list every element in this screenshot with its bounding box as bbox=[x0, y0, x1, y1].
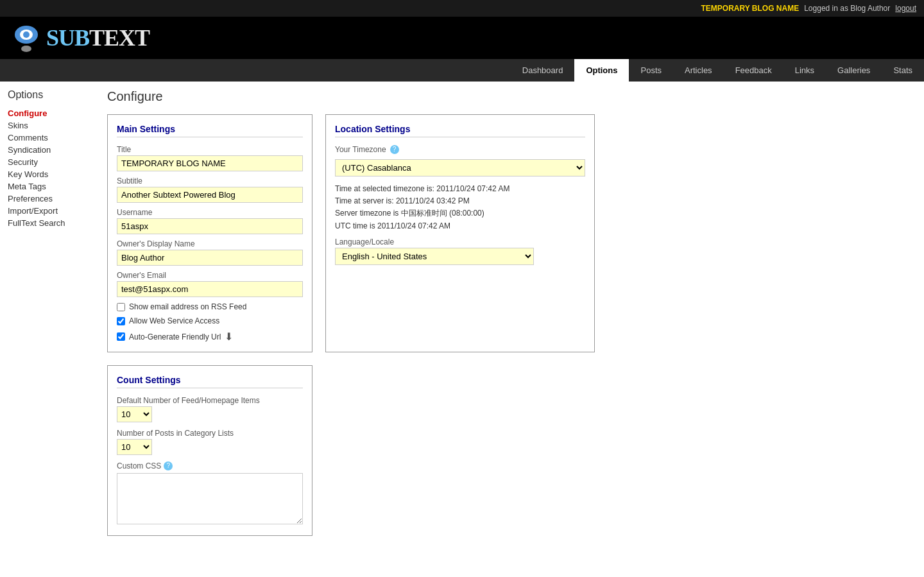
feed-count-row: Default Number of Feed/Homepage Items 5 … bbox=[117, 396, 303, 422]
custom-css-label-row: Custom CSS ? bbox=[117, 461, 303, 470]
main-settings-panel: Main Settings Title Subtitle Username Ow… bbox=[107, 114, 312, 352]
show-email-row: Show email address on RSS Feed bbox=[117, 302, 303, 311]
auto-generate-row: Auto-Generate Friendly Url ⬇ bbox=[117, 331, 303, 343]
sidebar-item-comments[interactable]: Comments bbox=[8, 132, 107, 144]
sidebar-item-syndication[interactable]: Syndication bbox=[8, 144, 107, 156]
custom-css-textarea[interactable] bbox=[117, 473, 303, 524]
nav-links[interactable]: Links bbox=[783, 59, 826, 82]
top-bar: TEMPORARY BLOG NAME Logged in as Blog Au… bbox=[0, 0, 924, 17]
sidebar-item-importexport[interactable]: Import/Export bbox=[8, 205, 107, 217]
username-input[interactable] bbox=[117, 218, 303, 234]
auto-generate-checkbox[interactable] bbox=[117, 332, 125, 341]
title-input[interactable] bbox=[117, 155, 303, 171]
posts-select-row: 5 10 15 20 25 bbox=[117, 439, 303, 455]
language-label: Language/Locale bbox=[335, 237, 585, 246]
username-label: Username bbox=[117, 208, 303, 217]
feed-select-row: 5 10 15 20 25 bbox=[117, 406, 303, 422]
blog-name: TEMPORARY BLOG NAME bbox=[701, 4, 800, 13]
posts-count-label: Number of Posts in Category Lists bbox=[117, 429, 303, 438]
custom-css-help-icon[interactable]: ? bbox=[164, 461, 173, 470]
nav-feedback[interactable]: Feedback bbox=[724, 59, 783, 82]
sidebar-item-security[interactable]: Security bbox=[8, 156, 107, 168]
nav-bar: Dashboard Options Posts Articles Feedbac… bbox=[0, 59, 924, 82]
nav-articles[interactable]: Articles bbox=[673, 59, 724, 82]
posts-count-row: Number of Posts in Category Lists 5 10 1… bbox=[117, 429, 303, 455]
timezone-select[interactable]: (UTC) Casablanca (UTC) Greenwich Mean Ti… bbox=[335, 159, 585, 177]
svg-point-3 bbox=[21, 46, 31, 52]
main-content: Configure Main Settings Title Subtitle U… bbox=[107, 89, 916, 549]
sidebar: Options Configure Skins Comments Syndica… bbox=[8, 89, 107, 549]
email-input[interactable] bbox=[117, 281, 303, 297]
show-email-label: Show email address on RSS Feed bbox=[129, 302, 246, 311]
custom-css-text: Custom CSS bbox=[117, 461, 161, 470]
nav-dashboard[interactable]: Dashboard bbox=[511, 59, 575, 82]
count-settings-heading: Count Settings bbox=[117, 375, 303, 388]
sidebar-nav: Configure Skins Comments Syndication Sec… bbox=[8, 107, 107, 229]
subtitle-input[interactable] bbox=[117, 187, 303, 203]
feed-count-select[interactable]: 5 10 15 20 25 bbox=[117, 406, 152, 422]
logo-icon bbox=[10, 22, 42, 54]
auto-generate-label: Auto-Generate Friendly Url bbox=[129, 332, 221, 341]
time-server: Time at server is: 2011/10/24 03:42 PM bbox=[335, 195, 585, 207]
svg-point-2 bbox=[23, 31, 30, 38]
display-name-label: Owner's Display Name bbox=[117, 239, 303, 248]
sidebar-item-keywords[interactable]: Key Words bbox=[8, 168, 107, 180]
server-timezone: Server timezone is 中国标准时间 (08:00:00) bbox=[335, 207, 585, 220]
logo-sub: SUB bbox=[46, 25, 89, 51]
subtitle-label: Subtitle bbox=[117, 177, 303, 185]
email-label: Owner's Email bbox=[117, 271, 303, 280]
sidebar-item-configure[interactable]: Configure bbox=[8, 107, 107, 119]
count-settings-panel: Count Settings Default Number of Feed/Ho… bbox=[107, 365, 312, 536]
timezone-row: Your Timezone ? bbox=[335, 145, 585, 154]
feed-count-label: Default Number of Feed/Homepage Items bbox=[117, 396, 303, 405]
page-title: Configure bbox=[107, 89, 916, 104]
posts-count-select[interactable]: 5 10 15 20 25 bbox=[117, 439, 152, 455]
logo-word: TEXT bbox=[89, 25, 150, 51]
time-selected: Time at selected timezone is: 2011/10/24… bbox=[335, 183, 585, 195]
header: SUBTEXT bbox=[0, 17, 924, 59]
sidebar-item-fulltext[interactable]: FullText Search bbox=[8, 217, 107, 229]
auto-generate-icon: ⬇ bbox=[225, 331, 233, 343]
location-settings-panel: Location Settings Your Timezone ? (UTC) … bbox=[325, 114, 595, 352]
settings-row-2: Count Settings Default Number of Feed/Ho… bbox=[107, 365, 916, 536]
utc-time: UTC time is 2011/10/24 07:42 AM bbox=[335, 220, 585, 232]
allow-web-service-label: Allow Web Service Access bbox=[129, 316, 219, 325]
location-settings-heading: Location Settings bbox=[335, 124, 585, 137]
sidebar-item-metatags[interactable]: Meta Tags bbox=[8, 180, 107, 193]
show-email-checkbox[interactable] bbox=[117, 303, 125, 311]
logo-text: SUBTEXT bbox=[46, 24, 150, 51]
nav-posts[interactable]: Posts bbox=[629, 59, 673, 82]
sidebar-item-skins[interactable]: Skins bbox=[8, 119, 107, 132]
allow-web-service-checkbox[interactable] bbox=[117, 317, 125, 325]
time-selected-info: Time at selected timezone is: 2011/10/24… bbox=[335, 183, 585, 232]
timezone-help-icon[interactable]: ? bbox=[390, 145, 399, 154]
sidebar-heading: Options bbox=[8, 89, 107, 101]
logged-in-text: Logged in as Blog Author bbox=[804, 4, 890, 13]
sidebar-item-preferences[interactable]: Preferences bbox=[8, 193, 107, 205]
nav-galleries[interactable]: Galleries bbox=[826, 59, 882, 82]
language-select[interactable]: English - United States bbox=[335, 248, 534, 265]
page-content: Options Configure Skins Comments Syndica… bbox=[0, 82, 924, 556]
settings-row-1: Main Settings Title Subtitle Username Ow… bbox=[107, 114, 916, 352]
display-name-input[interactable] bbox=[117, 250, 303, 266]
title-label: Title bbox=[117, 145, 303, 154]
nav-stats[interactable]: Stats bbox=[882, 59, 924, 82]
timezone-label: Your Timezone bbox=[335, 145, 386, 154]
logo-area: SUBTEXT bbox=[10, 22, 150, 54]
allow-web-service-row: Allow Web Service Access bbox=[117, 316, 303, 325]
main-settings-heading: Main Settings bbox=[117, 124, 303, 137]
nav-options[interactable]: Options bbox=[574, 59, 629, 82]
logout-link[interactable]: logout bbox=[895, 4, 916, 13]
